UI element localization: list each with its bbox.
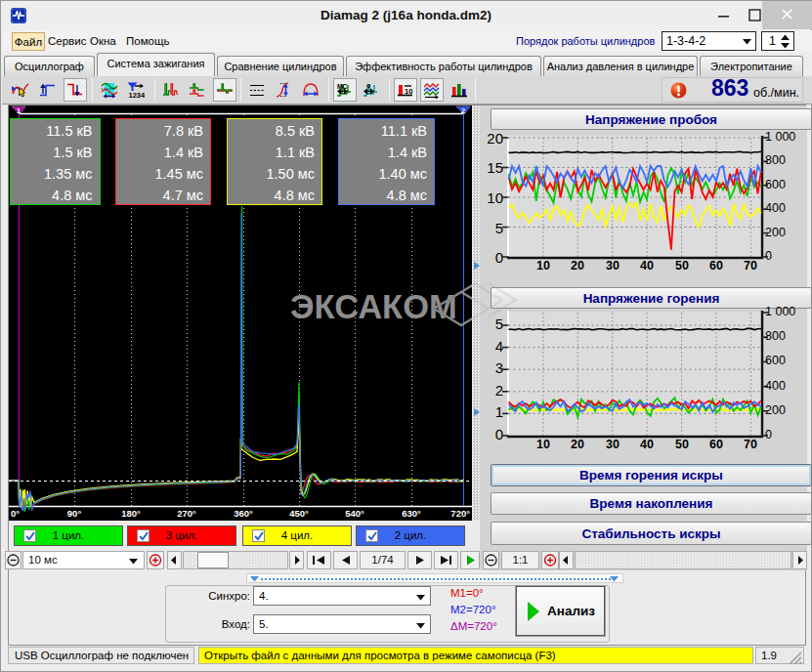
svg-text:10: 10 — [405, 87, 412, 96]
svg-text:o: o — [366, 82, 370, 89]
svg-text:1234: 1234 — [129, 91, 146, 100]
svg-text:MC: MC — [337, 83, 347, 90]
svg-text:2: 2 — [461, 106, 466, 115]
svg-text:1: 1 — [17, 106, 21, 115]
